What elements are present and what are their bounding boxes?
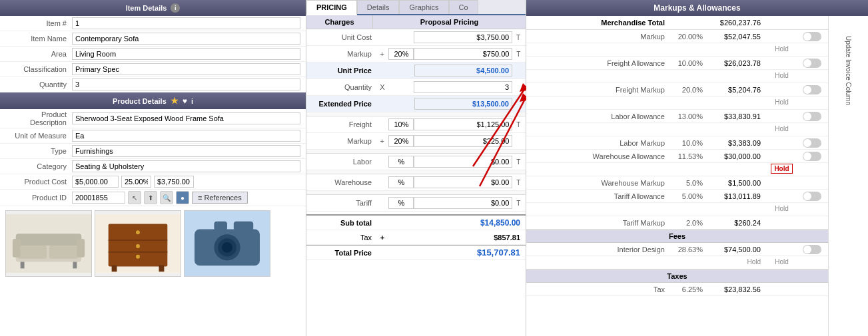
freight-allowance-row: Freight Allowance 10.00% $26,023.78	[526, 57, 828, 70]
labor-allowance-switch[interactable]	[803, 112, 821, 121]
product-id-input[interactable]	[72, 192, 125, 204]
interior-design-hold-row: Hold Hold	[526, 256, 828, 269]
markup-t: T	[514, 51, 523, 58]
references-icon: ≡	[198, 194, 202, 202]
svg-point-22	[222, 242, 232, 253]
tax-markups-value: $23,832.56	[707, 285, 763, 293]
freight-t: T	[514, 121, 523, 128]
item-field-itemnum: Item #	[0, 16, 306, 31]
markup-label: Markup	[309, 50, 376, 58]
freight-pct[interactable]	[388, 118, 414, 130]
quantity-label: Quantity	[309, 83, 376, 91]
total-value: $15,707.81	[376, 248, 523, 257]
freight-markup-value[interactable]	[414, 135, 512, 147]
freight-markup-switch[interactable]	[803, 85, 821, 94]
labor-allowance-toggle[interactable]	[800, 112, 824, 121]
warehouse-markup-label: Warehouse Markup	[530, 179, 670, 187]
left-panel: Item Details i Item # Item Name Area Cla…	[0, 0, 306, 336]
tax-markups-label: Tax	[530, 285, 670, 293]
update-invoice-col: Update Invoice Column	[828, 16, 868, 336]
labor-row: Labor T	[306, 154, 526, 170]
tab-co[interactable]: Co	[449, 0, 478, 14]
warehouse-allowance-switch[interactable]	[803, 152, 821, 161]
warehouse-markup-row: Warehouse Markup 5.0% $1,500.00	[526, 176, 828, 190]
markup-toggle-switch[interactable]	[803, 32, 821, 41]
unit-cost-row: Unit Cost T	[306, 29, 526, 46]
merchandise-total-row: Merchandise Total $260,237.76	[526, 16, 828, 30]
warehouse-allowance-pct: 11.53%	[670, 152, 707, 160]
heart-icon[interactable]: ♥	[183, 96, 187, 106]
markup-allowance-pct: 20.00%	[670, 33, 707, 41]
markup-allowance-value: $52,047.55	[707, 33, 763, 41]
labor-markup-toggle[interactable]	[800, 138, 824, 148]
markups-content: Merchandise Total $260,237.76 Markup 20.…	[526, 16, 828, 336]
warehouse-value[interactable]	[414, 176, 512, 188]
unit-price-value: $4,500.00	[414, 65, 512, 77]
upload-icon[interactable]: ⬆	[144, 191, 157, 204]
freight-value[interactable]	[414, 118, 512, 130]
item-details-title: Item Details	[126, 4, 167, 12]
freight-allowance-toggle[interactable]	[800, 59, 824, 68]
labor-pct[interactable]	[388, 156, 414, 168]
unit-price-label: Unit Price	[309, 67, 376, 75]
tariff-allowance-toggle[interactable]	[800, 192, 824, 201]
freight-markup-allowance-row: Freight Markup 20.0% $5,204.76	[526, 83, 828, 96]
labor-value[interactable]	[414, 156, 512, 168]
tariff-markup-value: $260.24	[707, 219, 763, 227]
warehouse-allowance-toggle[interactable]	[800, 152, 824, 161]
tariff-allowance-pct: 5.00%	[670, 192, 707, 200]
warehouse-allowance-hold-row: Hold	[526, 163, 828, 176]
labor-markup-label: Labor Markup	[530, 139, 670, 147]
item-details-header: Item Details i	[0, 0, 306, 16]
thumbnail-sofa[interactable]	[5, 210, 92, 277]
interior-design-switch[interactable]	[803, 245, 821, 254]
markup-pct[interactable]	[388, 48, 414, 60]
interior-design-toggle[interactable]	[800, 245, 824, 254]
unit-cost-value[interactable]	[414, 31, 512, 43]
subtotal-label: Sub total	[309, 219, 376, 227]
star-icon[interactable]: ★	[171, 96, 179, 106]
search-icon[interactable]: 🔍	[160, 191, 173, 204]
freight-markup-toggle[interactable]	[800, 85, 824, 94]
product-details-info-icon[interactable]: i	[191, 97, 193, 105]
tax-modifier: +	[376, 234, 389, 242]
interior-design-row: Interior Design 28.63% $74,500.00	[526, 243, 828, 256]
svg-rect-23	[214, 222, 227, 231]
tariff-pct[interactable]	[388, 197, 414, 209]
la-hold-label: Hold	[763, 125, 800, 132]
product-cost-final-input[interactable]	[154, 176, 194, 188]
thumbnail-camera[interactable]	[184, 210, 270, 277]
labor-allowance-row: Labor Allowance 13.00% $33,830.91	[526, 110, 828, 123]
markup-toggle[interactable]	[800, 32, 824, 41]
markup-allowance-row: Markup 20.00% $52,047.55	[526, 30, 828, 43]
subtotal-row: Sub total $14,850.00	[306, 216, 526, 230]
freight-label: Freight	[309, 120, 376, 128]
freight-markup-allowance-value: $5,204.76	[707, 86, 763, 94]
warehouse-hold-badge[interactable]: Hold	[771, 164, 792, 174]
update-invoice-label: Update Invoice Column	[844, 36, 853, 105]
tab-pricing[interactable]: PRICING	[306, 0, 357, 15]
tariff-value[interactable]	[414, 197, 512, 209]
quantity-value[interactable]	[414, 81, 512, 93]
cursor-icon[interactable]: ↖	[128, 191, 141, 204]
interior-design-pct: 28.63%	[670, 246, 707, 253]
product-cost-input[interactable]	[72, 176, 119, 188]
product-cost-pct-input[interactable]	[121, 176, 151, 188]
tab-graphics[interactable]: Graphics	[399, 0, 448, 14]
markup-value[interactable]	[414, 48, 512, 60]
labor-markup-switch[interactable]	[803, 138, 821, 148]
freight-allowance-hold-row: Hold	[526, 70, 828, 83]
product-field-type: Type	[0, 144, 306, 159]
interior-design-label: Interior Design	[530, 246, 670, 253]
warehouse-pct[interactable]	[388, 176, 414, 188]
delete-icon[interactable]: ●	[176, 191, 189, 204]
freight-markup-allowance-pct: 20.0%	[670, 86, 707, 94]
freight-markup-pct[interactable]	[388, 135, 414, 147]
freight-allowance-switch[interactable]	[803, 59, 821, 68]
tariff-allowance-switch[interactable]	[803, 192, 821, 201]
thumbnail-dresser[interactable]	[95, 210, 181, 277]
tab-details[interactable]: Details	[357, 0, 400, 14]
item-details-info-icon[interactable]: i	[171, 3, 180, 13]
references-button[interactable]: ≡ References	[192, 192, 248, 204]
freight-markup-label: Markup	[309, 137, 376, 145]
